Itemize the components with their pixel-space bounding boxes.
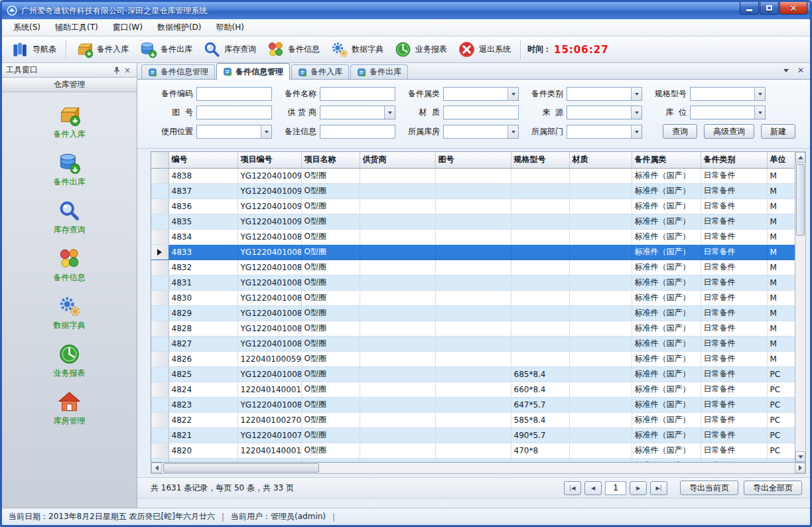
menu-item[interactable]: 窗口(W) <box>105 19 150 36</box>
search-field-select[interactable] <box>196 125 272 139</box>
search-field-input[interactable] <box>196 106 272 119</box>
advanced-query-button[interactable]: 高级查询 <box>704 124 754 139</box>
next-page-button[interactable]: ▶ <box>630 481 647 495</box>
search-field-label: 材 质 <box>399 107 440 118</box>
table-cell: O型圈 <box>301 366 360 382</box>
tab-3[interactable]: 备件出库 <box>350 64 408 79</box>
menu-item[interactable]: 辅助工具(T) <box>48 19 105 36</box>
toolbar-button-report[interactable]: 业务报表 <box>389 38 452 60</box>
query-button[interactable]: 查询 <box>663 124 697 139</box>
horizontal-scrollbar[interactable] <box>151 463 806 474</box>
tab-2[interactable]: 备件入库 <box>291 64 349 79</box>
horizontal-scroll-track[interactable] <box>162 463 795 473</box>
vertical-scroll-thumb[interactable] <box>796 164 805 236</box>
sidebar-item-parts-in[interactable]: 备件入库 <box>2 98 137 145</box>
sidebar-item-parts-out[interactable]: 备件出库 <box>2 145 137 193</box>
toolbar-button-parts-info[interactable]: 备件信息 <box>261 38 325 60</box>
pin-icon[interactable] <box>111 65 122 76</box>
table-row[interactable]: 4825YG12204010081O型圈685*8.4标准件（国产）日常备件PC <box>151 366 795 382</box>
export-current-page-button[interactable]: 导出当前页 <box>680 481 738 495</box>
table-row[interactable]: 48241220401400012O型圈660*8.4标准件（国产）日常备件PC <box>151 382 795 397</box>
search-field-select[interactable] <box>443 87 519 101</box>
vertical-scrollbar[interactable] <box>795 151 806 463</box>
table-row[interactable]: 4828YG12204010083O型圈标准件（国产）日常备件M <box>151 321 795 336</box>
search-field-input[interactable] <box>196 87 272 101</box>
vertical-scroll-track[interactable] <box>795 163 805 451</box>
minimize-button[interactable] <box>740 2 759 15</box>
menu-item[interactable]: 帮助(H) <box>209 19 251 36</box>
search-field-select[interactable] <box>443 125 519 139</box>
tab-0[interactable]: 备件信息管理 <box>141 64 215 79</box>
menu-item[interactable]: 系统(S) <box>6 19 48 36</box>
maximize-button[interactable] <box>760 2 779 15</box>
table-row[interactable]: 4823YG12204010080O型圈647*5.7标准件（国产）日常备件PC <box>151 397 795 412</box>
scroll-left-icon[interactable] <box>151 463 162 473</box>
close-button[interactable]: ✕ <box>779 2 807 15</box>
window-title: 广州爱奇迪软件科技有限公司-深田之星仓库管理系统 <box>21 5 735 17</box>
table-row[interactable]: 4835YG12204010090O型圈标准件（国产）日常备件M <box>151 214 795 229</box>
table-row-partial[interactable]: 标准件（国产）日常备件 <box>151 458 795 463</box>
table-cell: 标准件（国产） <box>632 214 701 229</box>
row-selector-cell <box>151 458 169 463</box>
search-field-select[interactable] <box>567 87 642 101</box>
table-row[interactable]: 4821YG12204010079O型圈490*5.7标准件（国产）日常备件PC <box>151 427 795 443</box>
table-row[interactable]: 48201220401400013O型圈470*8标准件（国产）日常备件PC <box>151 443 795 458</box>
table-column-header: 材质 <box>569 152 632 168</box>
table-row[interactable]: 4832YG12204010087O型圈标准件（国产）日常备件M <box>151 260 795 275</box>
sidebar-item-stock-query[interactable]: 库存查询 <box>2 193 137 241</box>
toolbar-button-parts-out[interactable]: 备件出库 <box>134 38 198 60</box>
last-page-button[interactable]: ▶| <box>650 481 667 495</box>
table-row[interactable]: 48261220401000599O型圈标准件（国产）日常备件M <box>151 351 795 366</box>
table-row[interactable]: 4837YG12204010092O型圈标准件（国产）日常备件M <box>151 183 795 198</box>
table-row[interactable]: 4830YG12204010085O型圈标准件（国产）日常备件M <box>151 290 795 305</box>
search-field-input[interactable] <box>443 106 519 119</box>
table-row[interactable]: 4833YG12204010088O型圈标准件（国产）日常备件M <box>151 244 795 260</box>
sidebar-item-warehouse[interactable]: 库房管理 <box>2 384 137 432</box>
table-row[interactable]: 48221220401002700O型圈585*8.4标准件（国产）日常备件PC <box>151 412 795 427</box>
table-cell: YG12204010081 <box>237 366 301 382</box>
table-cell: 标准件（国产） <box>632 366 701 382</box>
table-cell: 685*8.4 <box>511 366 569 382</box>
search-form-row: 备件编码备件名称备件属类备件类别规格型号 <box>152 87 801 101</box>
prev-page-button[interactable]: ◀ <box>584 481 602 495</box>
toolbar-button-nav[interactable]: 导航条 <box>6 38 62 60</box>
page-number-input[interactable] <box>605 481 626 495</box>
chevron-down-icon[interactable] <box>781 65 791 76</box>
toolbar-button-parts-in[interactable]: 备件入库 <box>70 38 134 60</box>
table-row[interactable]: 4836YG12204010091O型圈标准件（国产）日常备件M <box>151 198 795 214</box>
sidebar-item-data-dict[interactable]: 数据字典 <box>2 289 137 337</box>
table-cell: O型圈 <box>301 321 360 336</box>
search-field-select[interactable] <box>567 106 642 119</box>
close-tab-icon[interactable]: ✕ <box>795 65 806 76</box>
table-row[interactable]: 4827YG12204010082O型圈标准件（国产）日常备件M <box>151 336 795 351</box>
menu-item[interactable]: 数据维护(D) <box>150 19 209 36</box>
app-window: 广州爱奇迪软件科技有限公司-深田之星仓库管理系统 ✕ 系统(S)辅助工具(T)窗… <box>0 0 812 527</box>
search-field-select[interactable] <box>567 125 642 139</box>
table-row[interactable]: 4829YG12204010084O型圈标准件（国产）日常备件M <box>151 305 795 321</box>
table-row[interactable]: 4831YG12204010086O型圈标准件（国产）日常备件M <box>151 275 795 290</box>
scroll-down-icon[interactable] <box>795 451 805 462</box>
table-row[interactable]: 4834YG12204010089O型圈标准件（国产）日常备件M <box>151 229 795 244</box>
sidebar-item-report[interactable]: 业务报表 <box>2 337 137 384</box>
scroll-up-icon[interactable] <box>795 152 805 163</box>
table-cell: 日常备件 <box>701 336 767 351</box>
toolbar-button-exit[interactable]: 退出系统 <box>452 38 516 60</box>
search-field-select[interactable] <box>690 87 766 101</box>
toolbar-button-stock-query[interactable]: 库存查询 <box>198 38 261 60</box>
table-cell <box>360 427 435 443</box>
export-all-pages-button[interactable]: 导出全部页 <box>744 481 802 495</box>
search-field-select[interactable] <box>320 106 395 119</box>
search-field-input[interactable] <box>320 125 395 139</box>
close-icon[interactable]: × <box>122 65 133 76</box>
horizontal-scroll-thumb[interactable] <box>163 463 319 473</box>
sidebar-item-parts-info[interactable]: 备件信息 <box>2 241 137 289</box>
tab-1[interactable]: 备件信息管理 <box>216 63 290 80</box>
toolbar-button-data-dict[interactable]: 数据字典 <box>325 38 389 60</box>
new-button[interactable]: 新建 <box>761 124 795 139</box>
search-field-input[interactable] <box>320 87 395 101</box>
scroll-right-icon[interactable] <box>795 463 805 473</box>
table-row[interactable]: 4838YG12204010093O型圈标准件（国产）日常备件M <box>151 168 795 183</box>
first-page-button[interactable]: |◀ <box>564 481 581 495</box>
search-field-select[interactable] <box>690 106 766 119</box>
search-form-row: 使用位置备注信息所属库房所属部门查询高级查询新建 <box>152 124 801 139</box>
